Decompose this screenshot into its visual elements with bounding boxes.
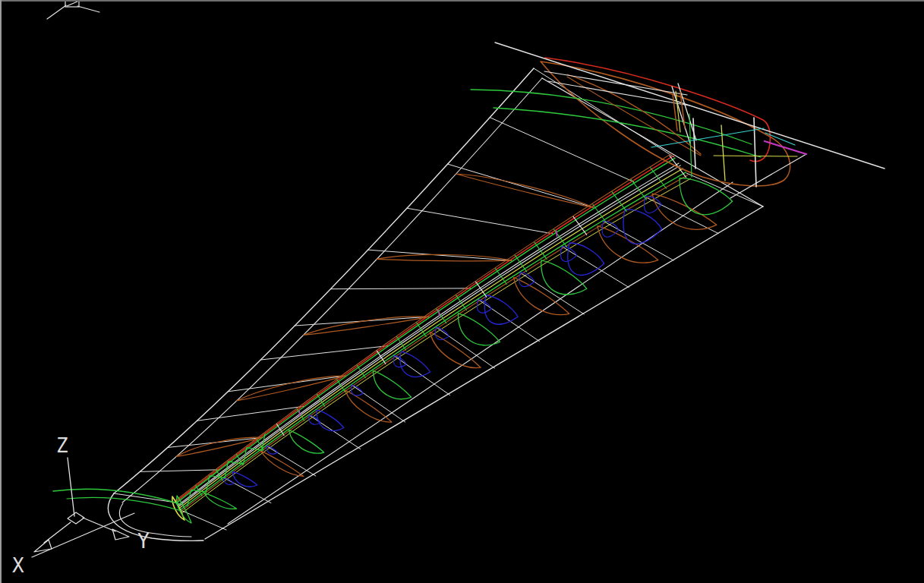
ucs-x-label: X — [12, 554, 24, 577]
ucs-axis-icon — [34, 458, 129, 552]
ucs-z-label: Z — [56, 434, 68, 457]
cad-viewport[interactable]: X Y Z — [0, 0, 924, 583]
wing-wireframe — [114, 68, 763, 539]
window-top-border — [0, 0, 924, 2]
ucs-y-label: Y — [137, 530, 150, 553]
window-left-border — [0, 0, 2, 583]
clipped-axis-icon — [47, 1, 99, 19]
reference-lines — [32, 43, 885, 557]
wireframe-canvas[interactable]: X Y Z — [0, 0, 924, 583]
